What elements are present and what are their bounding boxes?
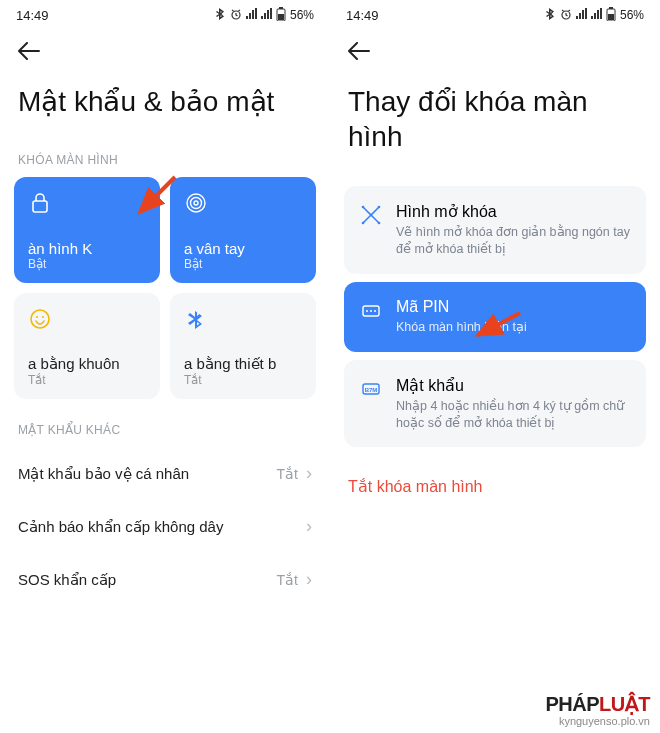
lock-icon xyxy=(28,191,52,215)
status-icons: 56% xyxy=(546,7,644,24)
alarm-icon xyxy=(560,8,572,23)
svg-point-22 xyxy=(366,310,368,312)
section-other-passwords: MẬT KHẨU KHÁC xyxy=(0,399,330,447)
card-title: a bằng khuôn xyxy=(28,355,146,373)
battery-icon xyxy=(276,7,286,24)
status-bar: 14:49 56% xyxy=(0,0,330,30)
fingerprint-icon xyxy=(184,191,208,215)
watermark-site: kynguyenso.plo.vn xyxy=(546,715,650,727)
option-desc: Nhập 4 hoặc nhiều hơn 4 ký tự gồm chữ ho… xyxy=(396,398,630,432)
card-fingerprint[interactable]: a vân tay Bật xyxy=(170,177,316,283)
svg-point-23 xyxy=(370,310,372,312)
disable-screen-lock[interactable]: Tắt khóa màn hình xyxy=(330,455,660,518)
status-time: 14:49 xyxy=(346,8,379,23)
battery-percent: 56% xyxy=(290,8,314,22)
signal-icon xyxy=(576,8,587,22)
svg-point-18 xyxy=(370,214,373,217)
phone-right: 14:49 56% xyxy=(330,0,660,733)
back-button[interactable] xyxy=(18,40,40,66)
phone-left: 14:49 56% xyxy=(0,0,330,733)
svg-point-9 xyxy=(36,316,38,318)
svg-rect-14 xyxy=(609,7,613,9)
watermark: PHÁPLUẬT kynguyenso.plo.vn xyxy=(546,693,650,727)
item-sos[interactable]: SOS khẩn cấp Tắt › xyxy=(0,553,330,606)
signal-icon-2 xyxy=(261,8,272,22)
chevron-right-icon: › xyxy=(306,516,312,537)
bluetooth-icon xyxy=(546,8,556,23)
svg-rect-3 xyxy=(278,14,284,20)
password-icon: B7M xyxy=(360,378,382,400)
status-icons: 56% xyxy=(216,7,314,24)
option-title: Mật khẩu xyxy=(396,376,630,395)
svg-point-17 xyxy=(378,206,381,209)
bluetooth-icon xyxy=(184,307,208,331)
option-title: Mã PIN xyxy=(396,298,630,316)
svg-point-20 xyxy=(378,222,381,225)
signal-icon xyxy=(246,8,257,22)
option-pin[interactable]: Mã PIN Khóa màn hình hiện tại xyxy=(344,282,646,352)
svg-text:B7M: B7M xyxy=(365,387,378,393)
option-pattern[interactable]: Hình mở khóa Vẽ hình mở khóa đơn giản bằ… xyxy=(344,186,646,274)
item-privacy-password[interactable]: Mật khẩu bảo vệ cá nhân Tắt › xyxy=(0,447,330,500)
svg-point-7 xyxy=(194,201,198,205)
chevron-right-icon: › xyxy=(306,569,312,590)
page-title: Thay đổi khóa màn hình xyxy=(330,70,660,164)
face-icon xyxy=(28,307,52,331)
list-item-label: Mật khẩu bảo vệ cá nhân xyxy=(18,465,189,483)
chevron-right-icon: › xyxy=(306,463,312,484)
card-status: Tắt xyxy=(28,373,146,387)
card-screen-lock[interactable]: àn hình K Bật xyxy=(14,177,160,283)
option-desc: Khóa màn hình hiện tại xyxy=(396,319,630,336)
svg-point-8 xyxy=(31,310,49,328)
option-desc: Vẽ hình mở khóa đơn giản bằng ngón tay đ… xyxy=(396,224,630,258)
card-status: Bật xyxy=(28,257,146,271)
status-time: 14:49 xyxy=(16,8,49,23)
section-screen-lock: KHÓA MÀN HÌNH xyxy=(0,129,330,177)
watermark-brand-2: LUẬT xyxy=(599,693,650,715)
svg-rect-2 xyxy=(279,7,283,9)
list-item-label: Cảnh báo khẩn cấp không dây xyxy=(18,518,223,536)
signal-icon-2 xyxy=(591,8,602,22)
alarm-icon xyxy=(230,8,242,23)
svg-point-5 xyxy=(187,194,205,212)
page-title: Mật khẩu & bảo mật xyxy=(0,70,330,129)
lock-cards: àn hình K Bật a vân tay Bật a xyxy=(0,177,330,399)
status-bar: 14:49 56% xyxy=(330,0,660,30)
back-button[interactable] xyxy=(348,40,370,66)
card-title: a bằng thiết b xyxy=(184,355,302,373)
svg-point-24 xyxy=(374,310,376,312)
list-item-value: Tắt xyxy=(277,572,298,588)
battery-icon xyxy=(606,7,616,24)
item-wireless-alert[interactable]: Cảnh báo khẩn cấp không dây › xyxy=(0,500,330,553)
card-title: àn hình K xyxy=(28,240,146,257)
svg-point-10 xyxy=(42,316,44,318)
svg-rect-15 xyxy=(608,14,614,20)
svg-point-16 xyxy=(362,206,365,209)
pattern-icon xyxy=(360,204,382,226)
card-title: a vân tay xyxy=(184,240,302,257)
option-title: Hình mở khóa xyxy=(396,202,630,221)
option-password[interactable]: B7M Mật khẩu Nhập 4 hoặc nhiều hơn 4 ký … xyxy=(344,360,646,448)
watermark-brand-1: PHÁP xyxy=(546,693,600,715)
svg-rect-4 xyxy=(33,201,47,212)
list-item-value: Tắt xyxy=(277,466,298,482)
battery-percent: 56% xyxy=(620,8,644,22)
pin-icon xyxy=(360,300,382,322)
card-face[interactable]: a bằng khuôn Tắt xyxy=(14,293,160,399)
list-item-label: SOS khẩn cấp xyxy=(18,571,116,589)
card-status: Tắt xyxy=(184,373,302,387)
svg-point-19 xyxy=(362,222,365,225)
svg-point-6 xyxy=(191,198,202,209)
bluetooth-icon xyxy=(216,8,226,23)
card-bluetooth-device[interactable]: a bằng thiết b Tắt xyxy=(170,293,316,399)
card-status: Bật xyxy=(184,257,302,271)
